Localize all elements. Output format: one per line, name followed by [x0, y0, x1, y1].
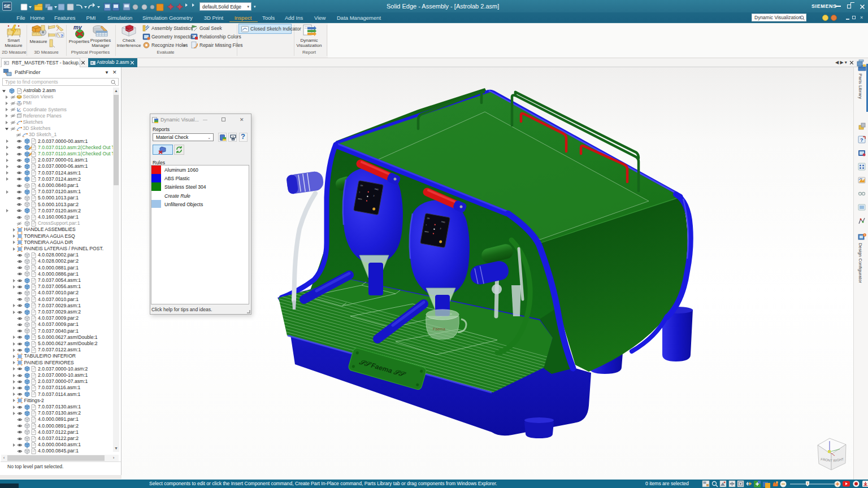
- svg-text:?: ?: [860, 137, 863, 143]
- svg-text:Faema: Faema: [433, 327, 445, 331]
